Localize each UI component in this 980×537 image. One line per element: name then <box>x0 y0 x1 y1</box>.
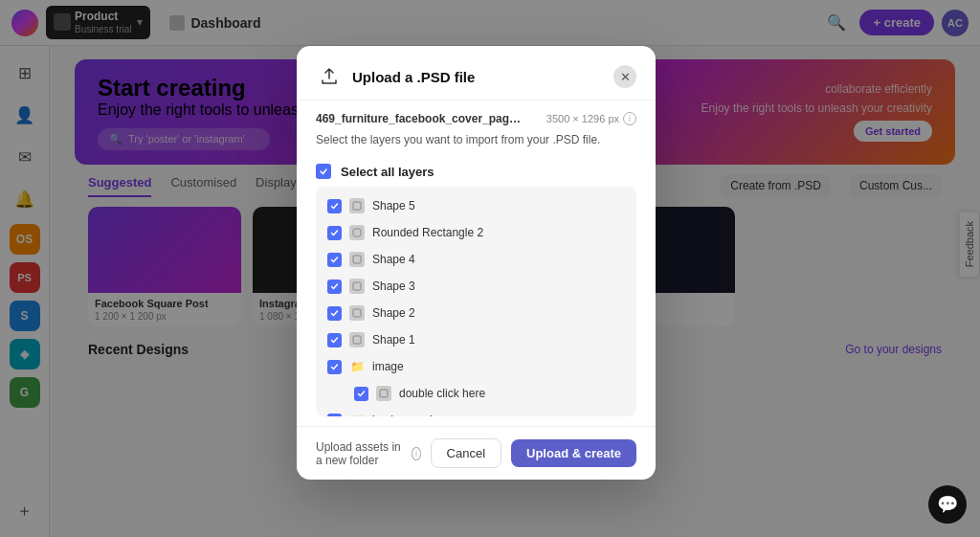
svg-rect-2 <box>353 256 361 263</box>
select-all-label: Select all layers <box>341 165 434 179</box>
layer-shape-icon <box>349 305 365 321</box>
layer-name-shape3: Shape 3 <box>372 280 415 293</box>
folder-icon: 📁 <box>349 413 365 416</box>
layer-name-shape2: Shape 2 <box>372 306 415 320</box>
layer-item-double-click[interactable]: double click here <box>316 380 636 407</box>
layer-checkbox-shape4[interactable] <box>327 253 342 267</box>
layer-item-shape3[interactable]: Shape 3 <box>316 273 636 300</box>
layer-item-rounded-rect2[interactable]: Rounded Rectangle 2 <box>316 219 636 246</box>
layer-checkbox-rounded-rect2[interactable] <box>327 226 342 240</box>
svg-rect-1 <box>353 229 361 236</box>
modal-title: Upload a .PSD file <box>352 69 604 85</box>
svg-rect-4 <box>353 309 361 317</box>
footer-text: Upload assets in a new folder i <box>316 440 421 467</box>
upload-psd-modal: Upload a .PSD file ✕ 469_furniture_faceb… <box>297 46 656 480</box>
modal-select-description: Select the layers you want to import fro… <box>297 133 656 156</box>
layer-group-background[interactable]: 📁 background <box>316 407 636 416</box>
layer-checkbox-image[interactable] <box>327 360 342 374</box>
layer-name-image: image <box>372 360 404 373</box>
layer-item-shape5[interactable]: Shape 5 <box>316 192 636 219</box>
svg-rect-0 <box>353 202 361 210</box>
modal-header: Upload a .PSD file ✕ <box>297 46 656 101</box>
file-info: 469_furniture_facebook_cover_page_templa… <box>297 101 656 133</box>
layer-name-rounded-rect2: Rounded Rectangle 2 <box>372 226 483 239</box>
layers-list: Shape 5 Rounded Rectangle 2 Shape 4 <box>316 187 636 416</box>
chat-button[interactable]: 💬 <box>928 485 967 524</box>
layer-item-shape4[interactable]: Shape 4 <box>316 246 636 273</box>
layer-shape-icon <box>349 225 365 240</box>
layer-name-shape1: Shape 1 <box>372 333 415 347</box>
select-all-row: Select all layers <box>297 156 656 187</box>
svg-rect-6 <box>380 390 388 397</box>
modal-footer: Upload assets in a new folder i Cancel U… <box>297 426 656 480</box>
modal-close-button[interactable]: ✕ <box>613 65 636 88</box>
dimensions-info: 3500 × 1296 px i <box>546 112 636 125</box>
folder-icon: 📁 <box>349 359 365 374</box>
layer-checkbox-shape2[interactable] <box>327 306 342 321</box>
layer-checkbox-shape1[interactable] <box>327 333 342 347</box>
layer-name-shape5: Shape 5 <box>372 199 415 213</box>
filename: 469_furniture_facebook_cover_page_templa… <box>316 112 526 125</box>
svg-rect-3 <box>353 282 361 290</box>
layer-group-image[interactable]: 📁 image <box>316 353 636 380</box>
layer-checkbox-shape3[interactable] <box>327 280 342 294</box>
cancel-button[interactable]: Cancel <box>431 438 501 468</box>
layer-name-background: background <box>372 414 433 416</box>
upload-create-button[interactable]: Upload & create <box>511 439 636 467</box>
layer-checkbox-shape5[interactable] <box>327 199 342 213</box>
layer-item-shape2[interactable]: Shape 2 <box>316 300 636 326</box>
layer-item-shape1[interactable]: Shape 1 <box>316 326 636 353</box>
footer-info-icon[interactable]: i <box>412 447 420 460</box>
select-all-checkbox[interactable] <box>316 164 331 179</box>
dimensions-info-icon[interactable]: i <box>623 112 636 125</box>
layer-checkbox-double-click[interactable] <box>354 387 368 401</box>
layer-shape-icon <box>349 252 365 267</box>
layer-name-shape4: Shape 4 <box>372 253 415 266</box>
svg-rect-5 <box>353 336 361 344</box>
layer-name-double-click: double click here <box>399 387 485 400</box>
layer-shape-icon <box>349 332 365 347</box>
layer-shape-icon <box>376 386 391 401</box>
layer-shape-icon <box>349 279 365 294</box>
layer-shape-icon <box>349 198 365 213</box>
layer-checkbox-background[interactable] <box>327 414 342 417</box>
upload-icon <box>316 63 343 90</box>
